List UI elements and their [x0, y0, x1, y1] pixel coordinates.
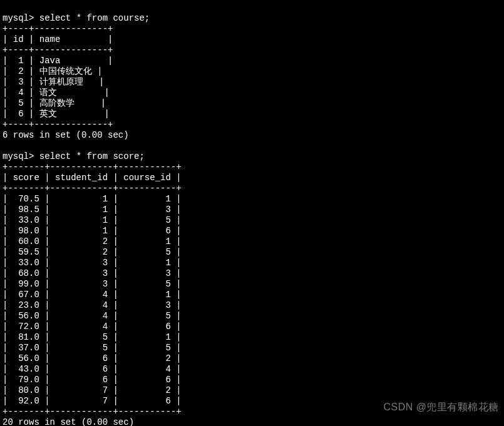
terminal-output: mysql> select * from course; +----+-----… [3, 3, 501, 426]
table2-header: | score | student_id | course_id | [3, 173, 182, 183]
table2-row: | 23.0 | 4 | 3 | [3, 300, 182, 310]
table2-row: | 67.0 | 4 | 1 | [3, 290, 182, 300]
table1-row: | 3 | 计算机原理 | [3, 77, 104, 87]
table1-border-mid: +----+--------------+ [3, 45, 113, 55]
table2-row: | 79.0 | 6 | 6 | [3, 375, 182, 385]
table2-row: | 68.0 | 3 | 3 | [3, 268, 182, 278]
table2-row: | 70.5 | 1 | 1 | [3, 194, 182, 204]
table2-row: | 59.5 | 2 | 5 | [3, 247, 182, 257]
table1-header: | id | name | [3, 34, 113, 44]
csdn-watermark: CSDN @兜里有颗棉花糖 [383, 402, 499, 412]
table1-summary: 6 rows in set (0.00 sec) [3, 130, 129, 140]
table1-row: | 4 | 语文 | [3, 88, 110, 98]
table2-row: | 37.0 | 5 | 5 | [3, 343, 182, 353]
table2-row: | 56.0 | 4 | 5 | [3, 311, 182, 321]
table2-row: | 33.0 | 3 | 1 | [3, 258, 182, 268]
table2-row: | 80.0 | 7 | 2 | [3, 385, 182, 395]
table2-row: | 92.0 | 7 | 6 | [3, 396, 182, 406]
table2-border-bot: +-------+------------+-----------+ [3, 407, 182, 417]
table1-row: | 1 | Java | [3, 56, 113, 66]
sql-command-2: select * from score; [39, 151, 145, 161]
table1-row: | 2 | 中国传统文化 | [3, 66, 103, 76]
table2-row: | 60.0 | 2 | 1 | [3, 236, 182, 246]
table2-row: | 43.0 | 6 | 4 | [3, 364, 182, 374]
table2-row: | 33.0 | 1 | 5 | [3, 215, 182, 225]
table2-border-mid: +-------+------------+-----------+ [3, 183, 182, 193]
table2-row: | 98.0 | 1 | 6 | [3, 226, 182, 236]
mysql-prompt: mysql> select * from score; [3, 151, 145, 161]
table2-row: | 72.0 | 4 | 6 | [3, 322, 182, 332]
sql-command-1: select * from course; [39, 13, 150, 23]
table2-summary: 20 rows in set (0.00 sec) [3, 417, 134, 426]
table1-border-top: +----+--------------+ [3, 24, 113, 34]
mysql-prompt: mysql> select * from course; [3, 13, 150, 23]
table2-border-top: +-------+------------+-----------+ [3, 162, 182, 172]
table2-row: | 81.0 | 5 | 1 | [3, 332, 182, 342]
table1-row: | 5 | 高阶数学 | [3, 98, 106, 108]
table2-row: | 99.0 | 3 | 5 | [3, 279, 182, 289]
table1-border-bot: +----+--------------+ [3, 119, 113, 129]
table2-row: | 98.5 | 1 | 3 | [3, 205, 182, 215]
table1-row: | 6 | 英文 | [3, 109, 110, 119]
table2-row: | 56.0 | 6 | 2 | [3, 353, 182, 363]
